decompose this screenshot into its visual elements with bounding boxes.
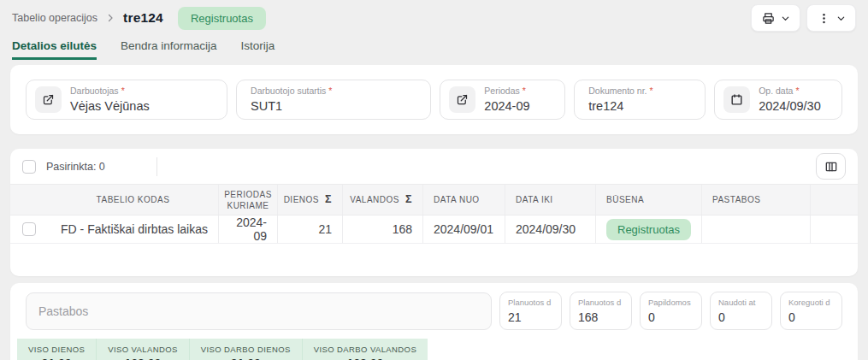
summary-label: VISO DARBO VALANDOS bbox=[314, 345, 416, 354]
field-periodas[interactable]: Periodas* 2024-09 bbox=[440, 80, 565, 120]
column-header-tabelio-kodas: TABELIO KODAS bbox=[48, 185, 218, 215]
notes-input[interactable] bbox=[26, 292, 492, 330]
mini-field-label: Planuotos d bbox=[578, 298, 623, 307]
required-mark: * bbox=[795, 86, 799, 96]
summary-value: 21.00 bbox=[42, 357, 72, 360]
sum-sigma-icon[interactable]: Σ bbox=[405, 192, 412, 206]
cell-actions bbox=[810, 215, 858, 244]
mini-field-planuotos-valandos[interactable]: Planuotos d 168 bbox=[570, 292, 632, 330]
mini-field-label: Papildomos bbox=[648, 298, 694, 307]
field-label: Dokumento nr. bbox=[588, 86, 647, 96]
mini-field-naudoti[interactable]: Naudoti at 0 bbox=[710, 292, 772, 330]
required-mark: * bbox=[328, 86, 332, 96]
select-all-checkbox[interactable] bbox=[22, 160, 36, 174]
column-header-pastabos: PASTABOS bbox=[701, 185, 810, 215]
summary-label: VISO DIENOS bbox=[28, 345, 85, 354]
external-link-icon[interactable] bbox=[449, 86, 475, 113]
cell-data-nuo: 2024/09/01 bbox=[422, 215, 505, 244]
mini-field-value: 0 bbox=[788, 310, 834, 324]
mini-field-label: Planuotos d bbox=[508, 298, 553, 307]
field-label: Periodas bbox=[484, 86, 519, 96]
topbar-actions bbox=[751, 4, 856, 32]
tab-bar: Detalios eilutės Bendra informacija Isto… bbox=[0, 32, 868, 60]
cell-pastabos bbox=[701, 215, 810, 244]
totals-summary-bar: VISO DIENOS 21.00 VISO VALANDOS 168.00 V… bbox=[17, 339, 428, 360]
table-toolbar: Pasirinkta: 0 bbox=[10, 149, 858, 184]
columns-icon bbox=[824, 160, 838, 174]
chevron-down-icon bbox=[836, 14, 846, 23]
field-label: Darbuotojo sutartis bbox=[251, 86, 326, 96]
summary-viso-valandos: VISO VALANDOS 168.00 bbox=[96, 339, 189, 360]
notes-row: Planuotos d 21 Planuotos d 168 Papildomo… bbox=[26, 292, 842, 330]
toolbar-divider bbox=[156, 157, 157, 176]
row-checkbox[interactable] bbox=[22, 222, 36, 236]
cell-valandos: 168 bbox=[342, 215, 422, 244]
table-empty-space bbox=[10, 244, 858, 276]
column-header-data-iki: DATA IKI bbox=[505, 185, 595, 215]
page: Tabelio operacijos tre124 Registruotas D… bbox=[0, 0, 868, 360]
table-row[interactable]: FD - Faktiškai dirbtas laikas 2024-09 21… bbox=[10, 215, 858, 244]
field-value: SUT1 bbox=[251, 99, 282, 113]
calendar-icon[interactable] bbox=[723, 86, 750, 113]
selected-count-label: Pasirinkta: 0 bbox=[46, 161, 105, 173]
summary-value: 168.00 bbox=[347, 357, 384, 360]
field-value: 2024/09/30 bbox=[759, 99, 821, 113]
column-header-data-nuo: DATA NUO bbox=[422, 185, 505, 215]
required-mark: * bbox=[523, 86, 526, 96]
mini-field-value: 168 bbox=[578, 310, 623, 324]
document-title: tre124 bbox=[123, 10, 163, 26]
column-settings-button[interactable] bbox=[816, 153, 846, 180]
print-button[interactable] bbox=[751, 4, 800, 32]
chevron-down-icon bbox=[781, 14, 790, 23]
field-value: 2024-09 bbox=[484, 99, 529, 113]
field-op-data[interactable]: Op. data* 2024/09/30 bbox=[714, 80, 842, 120]
field-darbuotojas[interactable]: Darbuotojas* Vėjas Vėjūnas bbox=[26, 80, 227, 120]
mini-field-value: 0 bbox=[718, 310, 764, 324]
row-status-badge: Registruotas bbox=[606, 219, 691, 240]
printer-icon bbox=[762, 12, 775, 25]
required-mark: * bbox=[650, 86, 653, 96]
chevron-right-icon bbox=[105, 13, 115, 23]
cell-periodas: 2024-09 bbox=[218, 215, 277, 244]
sum-sigma-icon[interactable]: Σ bbox=[325, 192, 332, 206]
summary-value: 21.00 bbox=[231, 357, 261, 360]
breadcrumb-parent-link[interactable]: Tabelio operacijos bbox=[12, 12, 97, 24]
summary-label: VISO DARBO DIENOS bbox=[201, 345, 291, 354]
column-header-busena: BŪSENA bbox=[595, 185, 701, 215]
mini-field-papildomos[interactable]: Papildomos 0 bbox=[640, 292, 702, 330]
tab-bendra-informacija[interactable]: Bendra informacija bbox=[121, 39, 217, 60]
column-header-dienos: DIENOS Σ bbox=[277, 185, 342, 215]
column-header-valandos: VALANDOS Σ bbox=[342, 185, 422, 215]
status-badge: Registruotas bbox=[178, 7, 266, 30]
column-header-periodas-kuriame: PERIODAS KURIAME bbox=[218, 185, 277, 215]
table-header-row: TABELIO KODAS PERIODAS KURIAME DIENOS Σ … bbox=[10, 184, 858, 215]
mini-field-planuotos-dienos[interactable]: Planuotos d 21 bbox=[499, 292, 562, 330]
mini-field-label: Naudoti at bbox=[718, 298, 764, 307]
field-label: Op. data bbox=[759, 86, 793, 96]
tab-detalios-eilutes[interactable]: Detalios eilutės bbox=[12, 39, 97, 60]
topbar: Tabelio operacijos tre124 Registruotas bbox=[0, 0, 868, 32]
summary-value: 168.00 bbox=[125, 357, 162, 360]
summary-label: VISO VALANDOS bbox=[108, 345, 178, 354]
tab-istorija[interactable]: Istorija bbox=[241, 39, 275, 60]
field-dokumento-nr[interactable]: Dokumento nr.* tre124 bbox=[574, 80, 706, 120]
mini-field-koreguoti[interactable]: Koreguoti d 0 bbox=[780, 292, 842, 330]
external-link-icon[interactable] bbox=[35, 86, 62, 113]
more-actions-button[interactable] bbox=[806, 4, 856, 32]
column-header-actions-spacer bbox=[810, 185, 858, 215]
cell-tabelio-kodas: FD - Faktiškai dirbtas laikas bbox=[48, 215, 218, 244]
field-darbuotojo-sutartis[interactable]: Darbuotojo sutartis* SUT1 bbox=[236, 80, 431, 120]
summary-viso-dienos: VISO DIENOS 21.00 bbox=[17, 339, 96, 360]
cell-data-iki: 2024/09/30 bbox=[505, 215, 595, 244]
mini-field-label: Koreguoti d bbox=[788, 298, 834, 307]
totals-card: Planuotos d 21 Planuotos d 168 Papildomo… bbox=[10, 283, 858, 360]
field-value: tre124 bbox=[588, 99, 623, 113]
field-label: Darbuotojas bbox=[70, 86, 119, 96]
kebab-menu-icon bbox=[818, 12, 830, 25]
summary-viso-darbo-valandos: VISO DARBO VALANDOS 168.00 bbox=[302, 339, 428, 360]
summary-viso-darbo-dienos: VISO DARBO DIENOS 21.00 bbox=[189, 339, 302, 360]
required-mark: * bbox=[121, 86, 125, 96]
mini-field-value: 21 bbox=[508, 310, 553, 324]
cell-dienos: 21 bbox=[277, 215, 342, 244]
mini-field-value: 0 bbox=[648, 310, 694, 324]
